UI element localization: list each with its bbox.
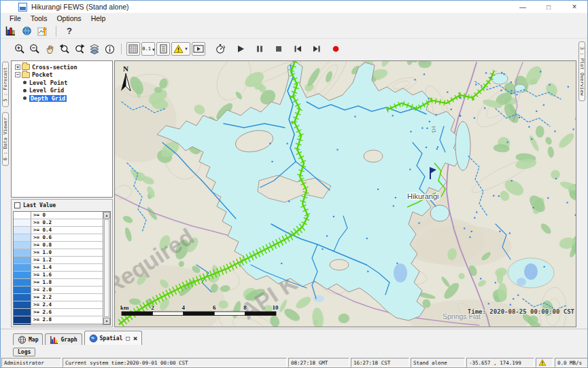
logs-row: Logs [1, 345, 587, 359]
display-tab-map[interactable]: Map [13, 333, 43, 345]
legend-value-label: >= 2.6 [31, 309, 103, 316]
collapse-icon[interactable]: − [15, 72, 20, 77]
zoom-out-icon [29, 43, 40, 54]
legend-value-label: >= 0 [31, 212, 103, 219]
stop-icon [275, 45, 283, 53]
help-button[interactable]: ? [63, 24, 76, 38]
side-tab-forecast[interactable]: 5 : Forecast [2, 62, 9, 107]
folder-icon [22, 64, 30, 70]
menu-options[interactable]: Options [52, 14, 86, 23]
toolbar-separator [121, 43, 122, 54]
legend-value-label: >= 1.2 [31, 257, 103, 263]
record-button[interactable] [329, 42, 343, 56]
minimize-button[interactable]: — [510, 1, 536, 13]
last-value-checkbox[interactable] [14, 202, 20, 208]
expand-icon[interactable]: + [15, 65, 20, 70]
tab-maximize-icon[interactable]: □ [126, 335, 129, 342]
legend-value-label: >= 0.8 [31, 242, 103, 249]
map-canvas[interactable]: API Key Required API Key Required [114, 60, 576, 327]
legend-row: >= 2.8 [14, 316, 103, 324]
record-icon [332, 45, 340, 53]
legend-row: >= 0.8 [14, 242, 103, 249]
status-warning-icon [536, 358, 553, 367]
spatial-display-button[interactable] [20, 24, 33, 38]
status-cell-3: 16:27:18 CST [351, 358, 409, 367]
legend-row: >= 0 [14, 212, 103, 219]
status-bar: AdministratorCurrent system time:2020-09… [1, 358, 587, 367]
first-frame-button[interactable] [291, 42, 305, 56]
display-tab-graph[interactable]: Graph [45, 333, 82, 345]
tree-item-label: Level Grid [29, 87, 64, 94]
tree-item-depth-grid[interactable]: Depth Grid [12, 94, 112, 103]
scale-tick-label: 6 [213, 304, 216, 311]
right-tab-strip: 3 : Plot Overview [576, 40, 587, 327]
logs-button[interactable]: Logs [13, 348, 35, 356]
title-bar: Hikurangi FEWS (Stand alone) — □ × [1, 1, 587, 13]
legend-toggle-button[interactable] [156, 42, 170, 56]
legend-value-label: >= 1.4 [31, 264, 103, 271]
legend-color-swatch [14, 227, 31, 234]
info-icon [105, 44, 115, 54]
chevron-down-icon: ▼ [184, 47, 188, 51]
animation-timer-button[interactable] [213, 42, 227, 56]
tree-item-label: Depth Grid [29, 95, 67, 102]
grid-icon [128, 44, 138, 54]
legend-row: >= 1.2 [14, 257, 103, 264]
warning-threshold-button[interactable]: ▼ [171, 42, 190, 56]
legend-scrollbar[interactable]: ▲ ▼ [103, 212, 110, 325]
scroll-down-icon[interactable]: ▼ [103, 318, 110, 325]
display-tab-spatial[interactable]: Spatial□× [84, 331, 143, 345]
node-bullet-icon [23, 81, 27, 84]
tree-item-level-grid[interactable]: Level Grid [12, 87, 112, 95]
zoom-out-button[interactable] [28, 42, 41, 56]
status-cell-1: Current system time:2020-09-01 00:00 CST [63, 358, 287, 367]
pause-button[interactable] [253, 42, 266, 56]
zoom-next-button[interactable] [73, 42, 86, 56]
road-label: H1 [430, 126, 437, 134]
legend-toggle-icon [159, 44, 168, 54]
side-tab-data-viewer[interactable]: 6 : Data Viewer [2, 112, 9, 166]
value-threshold-label: 0.1 [142, 46, 151, 52]
maximize-button[interactable]: □ [536, 1, 561, 13]
stop-button[interactable] [272, 42, 286, 56]
database-display-button[interactable] [3, 24, 17, 38]
tree-item-level-point[interactable]: Level Point [12, 79, 112, 87]
last-frame-button[interactable] [310, 42, 324, 56]
app-window: Hikurangi FEWS (Stand alone) — □ × FileT… [0, 0, 588, 368]
legend-color-swatch [14, 234, 31, 241]
scrollbar-thumb[interactable] [104, 219, 109, 317]
grid-button[interactable] [126, 42, 140, 56]
layers-button[interactable] [88, 42, 101, 56]
menu-help[interactable]: Help [86, 14, 111, 23]
movie-player-icon [193, 44, 204, 54]
map-svg: API Key Required API Key Required [115, 61, 576, 327]
close-button[interactable]: × [561, 1, 587, 13]
scroll-up-icon[interactable]: ▲ [103, 212, 110, 219]
play-button[interactable] [234, 42, 247, 56]
legend-value-label: >= 2.2 [31, 294, 103, 301]
legend-value-label: >= 0.2 [31, 219, 103, 226]
legend-row: >= 2.0 [14, 287, 103, 294]
tab-close-icon[interactable]: × [133, 334, 138, 343]
node-bullet-icon [23, 89, 27, 92]
north-label: N [123, 65, 128, 73]
menu-tools[interactable]: Tools [26, 14, 52, 23]
legend-color-swatch [14, 242, 31, 249]
legend-value-label: >= 3.0 [31, 324, 103, 325]
legend-row: >= 1.0 [14, 249, 103, 257]
scale-tick-label: 2 [151, 304, 154, 311]
zoom-previous-button[interactable] [58, 42, 71, 56]
side-tab-plot-overview[interactable]: 3 : Plot Overview [578, 41, 585, 101]
pan-button[interactable] [43, 42, 56, 56]
tree-item-pocket[interactable]: −Pocket [12, 71, 112, 79]
scalar-display-icon [37, 26, 48, 37]
scalar-display-button[interactable] [36, 24, 50, 38]
zoom-in-button[interactable] [13, 42, 27, 56]
legend-row: >= 2.6 [14, 309, 103, 316]
movie-player-button[interactable] [192, 42, 205, 56]
menu-file[interactable]: File [5, 14, 26, 23]
window-title: Hikurangi FEWS (Stand alone) [31, 3, 129, 11]
info-button[interactable] [103, 42, 116, 56]
value-threshold-button[interactable]: 0.1 ▼ [141, 42, 155, 56]
status-cell-0: Administrator [1, 358, 61, 367]
